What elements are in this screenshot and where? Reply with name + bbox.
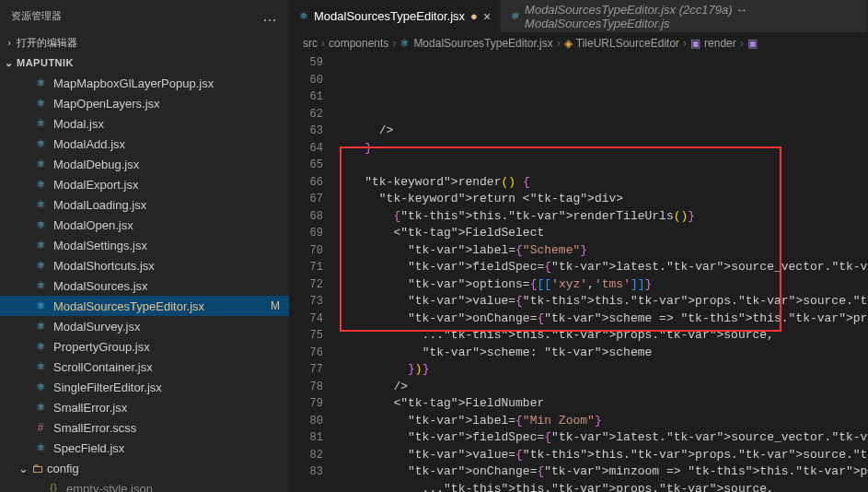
editor-area: ⚛ ModalSourcesTypeEditor.jsx ● × ⚛ Modal… <box>290 0 868 492</box>
close-icon[interactable]: × <box>483 9 491 24</box>
file-name: ModalDebug.jsx <box>53 158 139 171</box>
file-item[interactable]: ⚛SpecField.jsx <box>0 438 289 458</box>
code-line[interactable]: ..."tk-this">this."tk-var">props."tk-var… <box>336 481 868 493</box>
file-item[interactable]: #SmallError.scss <box>0 417 289 438</box>
file-item[interactable]: ⚛ModalDebug.jsx <box>0 154 289 174</box>
file-item[interactable]: ⚛MapMapboxGlLayerPopup.jsx <box>0 73 289 93</box>
react-icon: ⚛ <box>299 10 308 22</box>
chevron-right-icon: › <box>321 37 325 50</box>
line-number: 71 <box>290 259 323 276</box>
file-item[interactable]: ⚛ModalAdd.jsx <box>0 134 289 154</box>
code-line[interactable]: } <box>336 140 868 158</box>
code-line[interactable]: "tk-var">label={"Scheme"} <box>336 242 868 260</box>
react-icon: ⚛ <box>399 37 410 50</box>
react-icon: ⚛ <box>33 440 48 455</box>
code-line[interactable]: "tk-keyword">render() { <box>336 174 868 192</box>
method-icon: ▣ <box>690 37 700 50</box>
file-name: MapOpenLayers.jsx <box>53 97 160 111</box>
line-number: 76 <box>290 345 323 362</box>
file-item[interactable]: ⚛ModalSurvey.jsx <box>0 316 289 336</box>
open-editors-label: 打开的编辑器 <box>17 36 77 50</box>
file-name: empty-style.json <box>66 482 153 493</box>
code-line[interactable]: "tk-var">onChange={"tk-var">scheme => "t… <box>336 310 868 328</box>
breadcrumb-label: render <box>704 37 736 50</box>
class-icon: ◈ <box>564 37 573 50</box>
line-number: 60 <box>290 72 323 89</box>
code-editor[interactable]: 5960616263646566676869707172737475767778… <box>290 54 868 492</box>
editor-tabs: ⚛ ModalSourcesTypeEditor.jsx ● × ⚛ Modal… <box>290 0 868 32</box>
tab-diff[interactable]: ⚛ ModalSourcesTypeEditor.jsx (2cc179a) ↔… <box>501 0 868 32</box>
file-item[interactable]: ⚛PropertyGroup.jsx <box>0 336 289 357</box>
json-icon: {} <box>46 481 61 492</box>
line-number: 78 <box>290 379 323 396</box>
code-line[interactable]: "tk-var">options={[['xyz','tms']]} <box>336 276 868 294</box>
tab-active[interactable]: ⚛ ModalSourcesTypeEditor.jsx ● × <box>290 0 501 32</box>
file-item[interactable]: {}empty-style.json <box>0 478 289 492</box>
file-item[interactable]: ⚛ModalSources.jsx <box>0 275 289 296</box>
line-number: 83 <box>290 463 323 481</box>
breadcrumb-item[interactable]: components <box>329 37 388 50</box>
open-editors-section[interactable]: › 打开的编辑器 <box>0 32 289 53</box>
code-line[interactable]: "tk-var">scheme: "tk-var">scheme <box>336 345 868 362</box>
file-name: ModalSurvey.jsx <box>53 320 140 334</box>
code-line[interactable]: /> <box>336 123 868 140</box>
file-item[interactable]: ⚛ModalShortcuts.jsx <box>0 255 289 275</box>
dirty-indicator-icon: ● <box>470 9 478 23</box>
tab-label: ModalSourcesTypeEditor.jsx <box>314 9 465 23</box>
file-item[interactable]: ⚛ModalLoading.jsx <box>0 194 289 215</box>
react-icon: ⚛ <box>33 278 48 293</box>
folder-item[interactable]: ⌄🗀config <box>0 458 289 478</box>
code-line[interactable]: <"tk-tag">FieldNumber <box>336 395 868 413</box>
breadcrumb-item[interactable]: ▣ <box>747 37 761 50</box>
chevron-right-icon: › <box>392 37 396 50</box>
code-line[interactable]: "tk-var">onChange={"tk-var">minzoom => "… <box>336 463 868 481</box>
line-number: 66 <box>290 174 323 192</box>
code-line[interactable]: {"tk-this">this."tk-var">renderTileUrls(… <box>336 208 868 226</box>
file-name: ModalExport.jsx <box>53 178 138 192</box>
line-number: 61 <box>290 88 323 106</box>
file-item[interactable]: ⚛Modal.jsx <box>0 113 289 134</box>
react-icon: ⚛ <box>33 177 48 192</box>
breadcrumbs[interactable]: src›components›⚛ModalSourcesTypeEditor.j… <box>290 32 868 54</box>
breadcrumb-item[interactable]: ⚛ModalSourcesTypeEditor.jsx <box>399 37 552 50</box>
code-line[interactable]: <"tk-tag">FieldSelect <box>336 225 868 242</box>
file-item[interactable]: ⚛ScrollContainer.jsx <box>0 357 289 377</box>
file-item[interactable]: ⚛ModalSettings.jsx <box>0 235 289 255</box>
code-line[interactable]: "tk-var">fieldSpec={"tk-var">latest."tk-… <box>336 259 868 276</box>
breadcrumb-label: components <box>329 37 388 50</box>
file-name: ModalOpen.jsx <box>53 218 133 232</box>
file-item[interactable]: ⚛ModalOpen.jsx <box>0 215 289 235</box>
react-icon: ⚛ <box>33 400 48 415</box>
code-line[interactable]: /> <box>336 379 868 396</box>
code-line[interactable]: "tk-var">label={"Min Zoom"} <box>336 413 868 430</box>
code-line[interactable]: })} <box>336 361 868 379</box>
react-icon: ⚛ <box>33 136 48 151</box>
scss-icon: # <box>33 420 48 435</box>
chevron-right-icon: › <box>740 37 744 50</box>
file-item[interactable]: ⚛SmallError.jsx <box>0 397 289 417</box>
code-line[interactable]: ..."tk-this">this."tk-var">props."tk-var… <box>336 327 868 345</box>
breadcrumb-item[interactable]: src <box>303 37 318 50</box>
file-item[interactable]: ⚛ModalSourcesTypeEditor.jsxM <box>0 296 289 316</box>
code-line[interactable]: "tk-var">value={"tk-this">this."tk-var">… <box>336 293 868 310</box>
file-item[interactable]: ⚛SingleFilterEditor.jsx <box>0 377 289 397</box>
file-item[interactable]: ⚛ModalExport.jsx <box>0 174 289 194</box>
file-name: SmallError.jsx <box>53 401 127 415</box>
code-line[interactable] <box>336 157 868 174</box>
react-icon: ⚛ <box>33 238 48 252</box>
code-content[interactable]: You, 14 days ago /> } "tk-keyword">rende… <box>336 54 868 492</box>
line-number: 81 <box>290 429 323 447</box>
react-icon: ⚛ <box>33 299 48 313</box>
code-line[interactable]: "tk-var">value={"tk-this">this."tk-var">… <box>336 447 868 464</box>
project-name: MAPUTNIK <box>17 57 74 68</box>
code-line[interactable]: "tk-var">fieldSpec={"tk-var">latest."tk-… <box>336 429 868 447</box>
line-number: 74 <box>290 310 323 328</box>
project-section[interactable]: ⌄ MAPUTNIK <box>0 53 289 73</box>
breadcrumb-item[interactable]: ▣render <box>690 37 736 50</box>
file-item[interactable]: ⚛MapOpenLayers.jsx <box>0 93 289 113</box>
explorer-sidebar: 资源管理器 … › 打开的编辑器 ⌄ MAPUTNIK ⚛MapMapboxGl… <box>0 0 290 492</box>
breadcrumb-item[interactable]: ◈TileURLSourceEditor <box>564 37 679 50</box>
file-name: SingleFilterEditor.jsx <box>53 381 162 394</box>
more-actions-icon[interactable]: … <box>262 8 278 25</box>
code-line[interactable]: "tk-keyword">return <"tk-tag">div> <box>336 191 868 208</box>
